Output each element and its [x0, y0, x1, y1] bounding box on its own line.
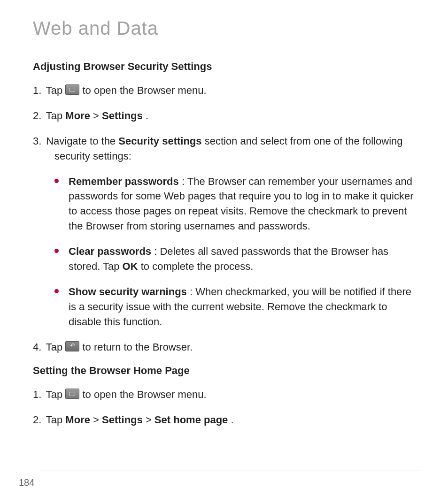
label-more: More: [65, 414, 90, 426]
step-text: .: [231, 414, 233, 426]
step-text: .: [146, 110, 148, 122]
bullet-title: Remember passwords: [69, 176, 179, 187]
page-title: Web and Data: [33, 18, 420, 39]
step-text: to open the Browser menu.: [82, 389, 206, 400]
step-text: to open the Browser menu.: [82, 84, 206, 96]
section-heading-security: Adjusting Browser Security Settings: [33, 61, 420, 73]
step-text: Navigate to the: [46, 135, 118, 147]
menu-icon: [65, 389, 79, 399]
step-3: 3. Navigate to the Security settings sec…: [33, 134, 420, 164]
step-number: 1.: [33, 387, 43, 402]
step-b1: 1. Tap to open the Browser menu.: [33, 387, 420, 402]
label-more: More: [65, 110, 90, 122]
separator: >: [93, 110, 102, 122]
step-text: to return to the Browser.: [82, 341, 193, 353]
label-settings: Settings: [102, 414, 143, 426]
step-number: 2.: [33, 108, 43, 123]
bullet-clear-passwords: Clear passwords : Deletes all saved pass…: [54, 244, 420, 274]
step-number: 2.: [33, 412, 43, 428]
step-b2: 2. Tap More > Settings > Set home page .: [33, 412, 420, 428]
manual-page: Web and Data Adjusting Browser Security …: [0, 0, 448, 504]
label-ok: OK: [123, 260, 138, 272]
step-number: 1.: [33, 83, 43, 98]
bullet-remember-passwords: Remember passwords : The Browser can rem…: [54, 174, 420, 234]
step-number: 3.: [33, 134, 43, 149]
bullet-show-security-warnings: Show security warnings : When checkmarke…: [54, 284, 420, 329]
label-settings: Settings: [102, 110, 143, 122]
bullet-list: Remember passwords : The Browser can rem…: [33, 174, 420, 329]
menu-icon: [65, 84, 79, 95]
page-number: 184: [19, 477, 34, 488]
step-text: Tap: [46, 414, 66, 426]
step-1: 1. Tap to open the Browser menu.: [33, 83, 420, 98]
label-security-settings: Security settings: [118, 135, 201, 147]
step-4: 4. Tap to return to the Browser.: [33, 340, 420, 355]
page-rule: [40, 471, 420, 471]
bullet-body: to complete the process.: [141, 260, 254, 272]
step-text: Tap: [46, 110, 66, 122]
step-text: Tap: [46, 389, 66, 400]
step-text: Tap: [46, 84, 66, 96]
separator: >: [93, 414, 102, 426]
step-number: 4.: [33, 340, 43, 355]
step-text: Tap: [46, 341, 66, 353]
bullet-title: Show security warnings: [69, 286, 187, 298]
section-heading-homepage: Setting the Browser Home Page: [33, 365, 420, 377]
back-icon: [65, 341, 79, 351]
step-2: 2. Tap More > Settings .: [33, 108, 420, 123]
label-set-home-page: Set home page: [154, 414, 228, 426]
separator: >: [146, 414, 154, 426]
bullet-title: Clear passwords: [69, 245, 151, 257]
